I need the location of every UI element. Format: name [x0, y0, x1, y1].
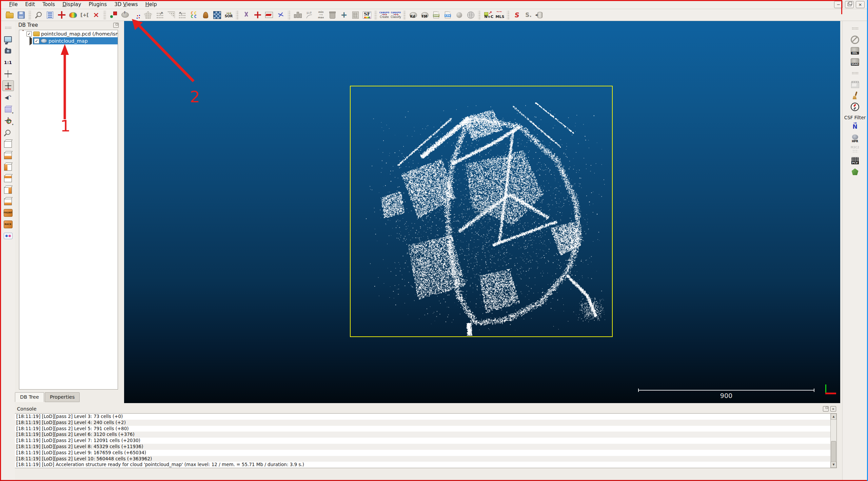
console-close-icon[interactable]: ✕	[830, 406, 836, 412]
toolbar-icon-canupo-classify[interactable]: CANUPOClassify	[391, 10, 401, 20]
right-panel-icon-animation-plugin[interactable]	[850, 79, 861, 89]
scroll-down-icon[interactable]: ▼	[831, 462, 836, 468]
toolbar-icon-segment-scissors[interactable]	[241, 10, 251, 20]
menu-display[interactable]: Display	[59, 1, 85, 8]
visibility-checkbox[interactable]: ✓	[34, 38, 39, 44]
left-toolbar-icon-screenshot[interactable]	[3, 46, 14, 56]
right-panel-icon-hpr-plugin[interactable]: HPR	[850, 133, 861, 143]
left-toolbar-icon-auto-pick-rotation-center[interactable]: auto	[2, 80, 14, 91]
expand-icon[interactable]	[28, 38, 33, 44]
menu-3d-views[interactable]: 3D Views	[111, 1, 141, 8]
left-toolbar-icon-view-iso-front[interactable]: FRONT	[3, 208, 14, 218]
close-button[interactable]: ×	[856, 1, 865, 8]
left-toolbar-icon-view-left[interactable]	[3, 162, 14, 172]
left-toolbar-icon-zoom-1-1[interactable]: 1:1	[3, 57, 14, 67]
toolbar-icon-open[interactable]	[5, 10, 15, 20]
tab-properties[interactable]: Properties	[45, 392, 80, 402]
toolbar-icon-merge[interactable]: [+[	[80, 10, 90, 20]
scroll-up-icon[interactable]: ▲	[831, 414, 836, 420]
toolbar-icon-gauss-fit[interactable]	[304, 10, 314, 20]
tree-row-pointcloud_map[interactable]: ✓pointcloud_map	[19, 37, 118, 44]
toolbar-icon-kd-tree[interactable]: Kd	[408, 10, 418, 20]
toolbar-icon-translate-rotate[interactable]	[57, 10, 66, 20]
toolbar-icon-cloud-cloud-distance[interactable]	[155, 10, 164, 20]
left-toolbar-icon-view-right[interactable]	[3, 185, 14, 195]
toolbar-icon-compute-octree[interactable]	[143, 10, 153, 20]
left-toolbar-icon-zoom-mode[interactable]	[3, 127, 14, 137]
left-toolbar-icon-view-top[interactable]	[3, 173, 14, 183]
toolbar-icon-spline-fit[interactable]: S.	[524, 10, 533, 20]
left-toolbar-icon-perspective-mode[interactable]: ▾	[3, 104, 14, 114]
toolbar-icon-fm-classifier[interactable]: FM	[420, 10, 430, 20]
menu-tools[interactable]: Tools	[39, 1, 59, 8]
toolbar-icon-canupo-create[interactable]: CANUPOCreate	[379, 10, 389, 20]
menu-help[interactable]: Help	[141, 1, 160, 8]
toolbar-icon-normals-and-curvature[interactable]: N+C	[483, 10, 493, 20]
restore-button[interactable]	[845, 1, 854, 8]
toolbar-icon-subsample[interactable]	[132, 10, 141, 20]
right-panel-icon-m3c2-plugin[interactable]: M3C2	[850, 144, 861, 154]
toolbar-icon-unroll-cylinder[interactable]	[535, 10, 545, 20]
toolbar-icon-shp-file[interactable]: SHP	[431, 10, 441, 20]
toolbar-icon-delete-sf[interactable]	[328, 10, 337, 20]
toolbar-icon-mls-smoothing[interactable]: MLS	[495, 10, 505, 20]
toolbar-icon-render-globe[interactable]	[466, 10, 476, 20]
left-toolbar-icon-view-iso-back[interactable]: BACK	[3, 219, 14, 229]
menu-plugins[interactable]: Plugins	[85, 1, 111, 8]
toolbar-icon-cloud-mesh-distance[interactable]	[166, 10, 176, 20]
tab-db-tree[interactable]: DB Tree	[15, 392, 44, 402]
right-panel-icon-ssao-filter[interactable]: SSAO	[850, 57, 861, 67]
left-toolbar-icon-pan-mode[interactable]: ▾	[3, 116, 14, 126]
toolbar-icon-sor-filter[interactable]: SOR	[224, 10, 234, 20]
menu-file[interactable]: File	[5, 1, 21, 8]
right-panel-icon-compass-plugin[interactable]	[850, 102, 861, 112]
toolbar-icon-add-sf[interactable]: +	[339, 10, 349, 20]
left-toolbar-icon-view-front[interactable]	[3, 150, 14, 160]
toolbar-icon-render-sphere[interactable]	[454, 10, 464, 20]
left-toolbar-icon-rotate-camera[interactable]: ◀	[3, 92, 14, 103]
toolbar-icon-fine-registration[interactable]	[108, 10, 118, 20]
right-panel-icon-clean-broom[interactable]	[850, 90, 861, 101]
toolbar-icon-checker-pattern[interactable]	[212, 10, 222, 20]
axis-indicator-icon	[825, 384, 837, 395]
right-panel-icon-pcv-plugin[interactable]: PCV	[850, 155, 861, 166]
toolbar-icon-zoom-global[interactable]	[34, 10, 43, 20]
toolbar-icon-statistical-test[interactable]	[201, 10, 211, 20]
toolbar-separator	[103, 11, 106, 19]
toolbar-icon-histogram[interactable]	[293, 10, 303, 20]
scale-value: 900	[638, 392, 814, 399]
right-panel-icon-edl-filter[interactable]: EDL	[850, 46, 861, 56]
console-scrollbar[interactable]: ▲ ▼	[830, 414, 836, 468]
left-toolbar-icon-stereo-mode[interactable]	[3, 231, 14, 241]
left-toolbar-icon-display-options[interactable]	[3, 34, 14, 44]
toolbar-icon-cc-plugin[interactable]: CCCC	[189, 10, 199, 20]
toolbar-icon-csv-file[interactable]: CSV	[443, 10, 453, 20]
toolbar-icon-clipping-box[interactable]	[264, 10, 274, 20]
toolbar-icon-interactive-transform[interactable]	[253, 10, 262, 20]
right-panel-icon-facets-plugin[interactable]	[850, 167, 861, 177]
visibility-checkbox[interactable]: ✓	[26, 31, 32, 37]
toolbar-icon-sf-color-scale[interactable]: SF	[362, 10, 372, 20]
tree-row-pointcloud_map[interactable]: ✓pointcloud_map.pcd (/home/ism...	[19, 30, 118, 37]
menu-edit[interactable]: Edit	[21, 1, 39, 8]
toolbar-icon-trace-polyline[interactable]	[276, 10, 285, 20]
toolbar-icon-sf-min-max[interactable]: min⟶max	[316, 10, 326, 20]
toolbar-icon-sf-arithmetic[interactable]	[351, 10, 360, 20]
toolbar-icon-edit-colors[interactable]	[68, 10, 78, 20]
left-toolbar-icon-pick-rotation-center[interactable]	[3, 69, 14, 79]
toolbar-icon-curve-fit[interactable]: S	[512, 10, 522, 20]
toolbar-icon-closest-point-set[interactable]	[178, 10, 188, 20]
float-panel-icon[interactable]	[113, 23, 119, 28]
left-toolbar-icon-view-iso[interactable]	[3, 139, 14, 149]
scroll-thumb[interactable]	[831, 441, 836, 462]
toolbar-icon-save[interactable]	[16, 10, 26, 20]
toolbar-icon-point-pair-align[interactable]: ↑	[120, 10, 130, 20]
console-float-icon[interactable]	[823, 406, 829, 412]
gl-viewport[interactable]: 900	[124, 21, 840, 403]
collapse-icon[interactable]	[21, 31, 25, 37]
right-panel-icon-no-gl-filter[interactable]	[850, 35, 861, 45]
toolbar-icon-delete[interactable]: ×	[91, 10, 101, 20]
left-toolbar-icon-view-bottom[interactable]	[3, 196, 14, 206]
right-panel-icon-normals-plugin[interactable]: N	[850, 122, 861, 132]
toolbar-icon-apply-transformation[interactable]	[45, 10, 55, 20]
